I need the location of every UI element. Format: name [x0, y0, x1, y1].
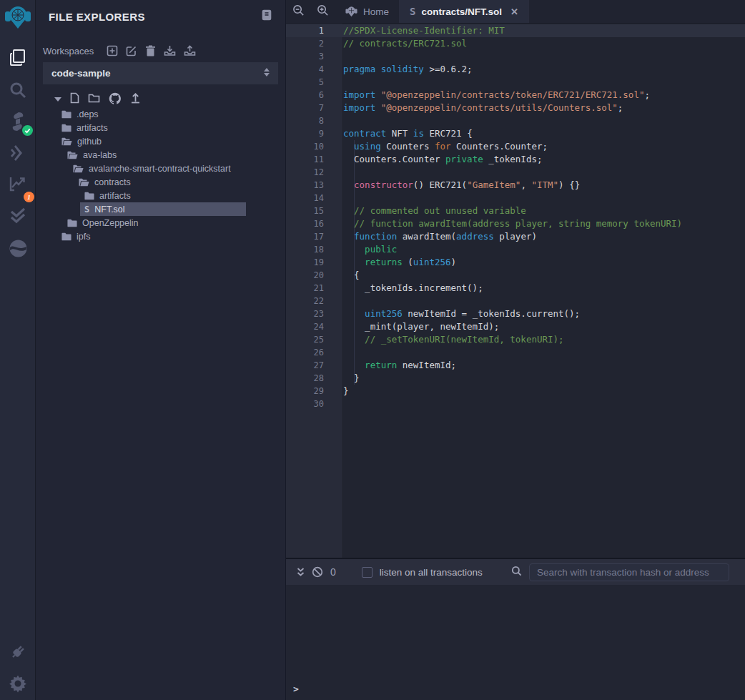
line-number: 23: [286, 307, 343, 320]
code-line[interactable]: 9contract NFT is ERC721 {: [286, 127, 745, 140]
remix-home-icon: [345, 6, 357, 18]
listen-transactions-checkbox[interactable]: [362, 567, 372, 578]
workspace-select[interactable]: code-sample: [43, 62, 278, 84]
code-line[interactable]: 26: [286, 346, 745, 359]
upload-file-icon[interactable]: [130, 92, 141, 107]
download-workspaces-icon[interactable]: [164, 45, 176, 56]
code-line[interactable]: 16 // function awardItem(address player,…: [286, 217, 745, 230]
code-line[interactable]: 17 function awardItem(address player): [286, 230, 745, 243]
solidity-compiler-icon[interactable]: [0, 109, 36, 134]
tab-contracts-nft-sol[interactable]: S contracts/NFT.sol ✕: [400, 0, 529, 23]
tree-item-openzeppelin[interactable]: OpenZeppelin: [36, 216, 285, 230]
code-line[interactable]: 30: [286, 398, 745, 410]
code-line-text: // _setTokenURI(newItemId, tokenURI);: [343, 333, 564, 346]
tree-item-github[interactable]: github: [36, 134, 285, 148]
code-line-text: // commented out unused variable: [343, 204, 526, 217]
code-line[interactable]: 3: [286, 50, 745, 63]
search-icon[interactable]: [0, 78, 36, 102]
code-line[interactable]: 5: [286, 76, 745, 89]
code-line-text: public: [343, 243, 397, 256]
line-number: 24: [286, 320, 343, 333]
settings-gear-icon[interactable]: [0, 671, 36, 696]
tree-item-label: avalanche-smart-contract-quickstart: [89, 164, 231, 174]
create-workspace-icon[interactable]: [107, 45, 118, 56]
code-line[interactable]: 20 {: [286, 269, 745, 282]
clear-console-icon[interactable]: [309, 566, 326, 578]
zoom-out-icon[interactable]: [292, 4, 305, 19]
code-line[interactable]: 28 }: [286, 372, 745, 385]
folder-open-icon: [79, 178, 89, 187]
tree-item-artifacts[interactable]: artifacts: [36, 121, 285, 134]
code-line[interactable]: 18 public: [286, 243, 745, 256]
code-line-text: contract NFT is ERC721 {: [343, 127, 473, 140]
main-area: Home S contracts/NFT.sol ✕ 1//SPDX-Licen…: [286, 0, 745, 700]
code-line[interactable]: 1//SPDX-License-Identifier: MIT: [286, 24, 745, 37]
tree-item-artifacts[interactable]: artifacts: [36, 189, 285, 202]
code-line[interactable]: 23 uint256 newItemId = _tokenIds.current…: [286, 307, 745, 320]
code-line[interactable]: 12: [286, 166, 745, 179]
code-line[interactable]: 27 return newItemId;: [286, 359, 745, 372]
tree-item-nft-sol[interactable]: SNFT.sol: [36, 202, 285, 216]
code-line-text: pragma solidity >=0.6.2;: [343, 63, 473, 76]
code-line[interactable]: 10 using Counters for Counters.Counter;: [286, 140, 745, 153]
code-line[interactable]: 6import "@openzeppelin/contracts/token/E…: [286, 89, 745, 102]
expand-terminal-icon[interactable]: [292, 567, 309, 577]
tree-item-contracts[interactable]: contracts: [36, 175, 285, 189]
tab-home[interactable]: Home: [335, 0, 400, 23]
zoom-in-icon[interactable]: [317, 4, 329, 19]
file-tree: .depsartifactsgithubava-labsavalanche-sm…: [36, 107, 285, 243]
editor-tabbar: Home S contracts/NFT.sol ✕: [286, 0, 745, 24]
tree-item-avalanche-smart-contract-quickstart[interactable]: avalanche-smart-contract-quickstart: [36, 162, 285, 175]
terminal-search-input[interactable]: [529, 563, 729, 581]
code-line-text: }: [343, 385, 349, 398]
collapse-tree-icon[interactable]: [54, 97, 61, 102]
code-line-text: // function awardItem(address player, st…: [343, 217, 682, 230]
code-line[interactable]: 15 // commented out unused variable: [286, 204, 745, 217]
file-explorers-icon[interactable]: [0, 46, 36, 70]
code-line[interactable]: 2// contracts/ERC721.sol: [286, 37, 745, 50]
delete-workspace-icon[interactable]: [145, 45, 156, 56]
code-line[interactable]: 21 _tokenIds.increment();: [286, 282, 745, 295]
code-line[interactable]: 22: [286, 295, 745, 307]
code-line[interactable]: 11 Counters.Counter private _tokenIds;: [286, 153, 745, 166]
code-line-text: _mint(player, newItemId);: [343, 320, 499, 333]
folder-open-icon: [67, 151, 78, 159]
line-number: 6: [286, 89, 343, 102]
code-editor[interactable]: 1//SPDX-License-Identifier: MIT2// contr…: [286, 24, 745, 558]
plugin-manager-icon[interactable]: [0, 640, 36, 664]
line-number: 30: [286, 398, 343, 410]
restore-workspaces-icon[interactable]: [184, 45, 196, 56]
publish-to-github-icon[interactable]: [109, 92, 122, 107]
tree-item-label: .deps: [77, 109, 99, 119]
tree-item-ava-labs[interactable]: ava-labs: [36, 148, 285, 162]
sourcify-icon[interactable]: [0, 236, 36, 260]
line-number: 10: [286, 140, 343, 153]
unit-testing-icon[interactable]: [0, 203, 36, 227]
code-line[interactable]: 4pragma solidity >=0.6.2;: [286, 63, 745, 76]
deploy-and-run-icon[interactable]: [0, 142, 36, 166]
tree-item-label: NFT.sol: [94, 204, 124, 215]
code-line[interactable]: 13 constructor() ERC721("GameItem", "ITM…: [286, 179, 745, 192]
close-tab-icon[interactable]: ✕: [510, 6, 518, 17]
rename-workspace-icon[interactable]: [126, 45, 137, 56]
code-line[interactable]: 14: [286, 192, 745, 204]
code-line[interactable]: 19 returns (uint256): [286, 256, 745, 269]
new-folder-icon[interactable]: [88, 93, 100, 107]
analysis-count-badge: 1: [24, 192, 34, 202]
workspace-selected-value: code-sample: [51, 68, 111, 79]
code-line[interactable]: 29}: [286, 385, 745, 398]
remix-logo-icon[interactable]: [0, 6, 36, 30]
terminal-output[interactable]: >: [286, 585, 745, 700]
code-line[interactable]: 24 _mint(player, newItemId);: [286, 320, 745, 333]
changelog-book-icon[interactable]: [261, 9, 272, 24]
code-line[interactable]: 7import "@openzeppelin/contracts/utils/C…: [286, 102, 745, 114]
code-line[interactable]: 8: [286, 114, 745, 127]
terminal-prompt: >: [293, 684, 299, 694]
tree-item-ipfs[interactable]: ipfs: [36, 230, 285, 243]
static-analysis-icon[interactable]: 1: [0, 172, 36, 196]
code-line[interactable]: 25 // _setTokenURI(newItemId, tokenURI);: [286, 333, 745, 346]
tree-item--deps[interactable]: .deps: [36, 107, 285, 121]
tree-item-label: artifacts: [77, 123, 108, 133]
folder-closed-icon: [61, 124, 71, 132]
new-file-icon[interactable]: [70, 92, 79, 107]
